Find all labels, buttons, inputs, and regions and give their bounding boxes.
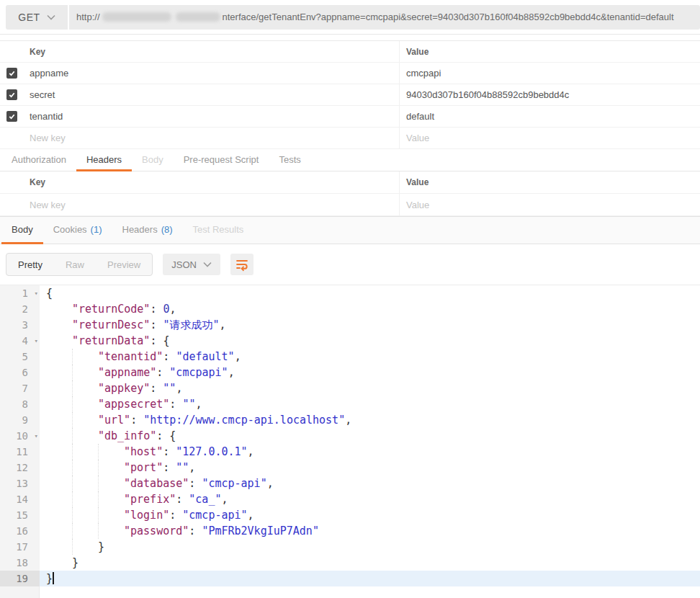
new-header-value-input[interactable]: Value: [400, 194, 700, 215]
json-punctuation: :: [189, 477, 202, 490]
code-lines-container: 1▾{2"returnCode": 0,3"returnDesc": "请求成功…: [0, 285, 700, 586]
preview-button[interactable]: Preview: [96, 254, 152, 275]
fold-toggle-icon[interactable]: ▾: [35, 333, 38, 349]
check-icon: [8, 112, 16, 120]
json-punctuation: :: [163, 445, 176, 458]
redacted-url-segment: [176, 12, 220, 22]
tab-response-cookies[interactable]: Cookies(1): [43, 217, 112, 244]
url-prefix-text: http://: [76, 12, 100, 22]
indent-guide: [98, 523, 124, 539]
json-string: "": [176, 461, 189, 474]
language-dropdown[interactable]: JSON: [163, 254, 220, 275]
code-line[interactable]: 8"appsecret": "",: [0, 396, 700, 412]
line-number: 15: [0, 507, 40, 523]
row-checkbox[interactable]: [6, 68, 17, 79]
code-line[interactable]: 9"url": "http://www.cmcp-api.localhost",: [0, 412, 700, 428]
json-punctuation: ,: [195, 398, 202, 411]
redacted-url-segment: [102, 12, 171, 22]
json-string: "cmcp-api": [182, 509, 247, 522]
param-value-cell[interactable]: cmcpapi: [400, 63, 700, 84]
tab-headers[interactable]: Headers: [76, 149, 132, 171]
param-key-cell[interactable]: appname: [24, 63, 400, 84]
tab-pre-request-script[interactable]: Pre-request Script: [174, 149, 269, 171]
code-line[interactable]: 16"password": "PmFRb2VkgIuP7Adn": [0, 523, 700, 539]
code-line[interactable]: 5"tenantid": "default",: [0, 349, 700, 365]
param-value-cell[interactable]: 94030d307b160f04b88592cb9bebdd4c: [400, 84, 700, 105]
json-punctuation: :: [150, 334, 163, 347]
code-line[interactable]: 2"returnCode": 0,: [0, 301, 700, 317]
indent-guide: [98, 476, 124, 491]
tab-body[interactable]: Body: [132, 149, 174, 171]
indent-guide: [98, 507, 124, 523]
response-body-editor[interactable]: 1▾{2"returnCode": 0,3"returnDesc": "请求成功…: [0, 285, 700, 598]
code-line[interactable]: 19}: [0, 571, 700, 586]
param-key-cell[interactable]: secret: [24, 84, 400, 105]
json-string: "": [163, 382, 176, 395]
indent-guide: [72, 539, 98, 555]
code-line[interactable]: 18}: [0, 555, 700, 571]
tab-tests[interactable]: Tests: [269, 149, 310, 171]
line-number: 10▾: [0, 428, 40, 444]
pretty-button[interactable]: Pretty: [6, 254, 54, 275]
json-key: "host": [124, 445, 163, 458]
json-string: "127.0.0.1": [176, 445, 247, 458]
line-number: 13: [0, 476, 40, 491]
wrap-text-button[interactable]: [230, 254, 253, 275]
method-dropdown[interactable]: GET: [6, 5, 69, 30]
indent-guide: [72, 349, 98, 365]
row-checkbox[interactable]: [6, 89, 17, 100]
line-number: 11: [0, 444, 40, 460]
line-number: 19: [0, 571, 40, 586]
param-row-tenantid: tenantid default: [0, 106, 700, 128]
code-line[interactable]: 14"prefix": "ca_",: [0, 491, 700, 507]
params-header-row: Key Value: [0, 41, 700, 63]
indent-guide: [72, 476, 98, 491]
code-line[interactable]: 7"appkey": "",: [0, 380, 700, 396]
code-line[interactable]: 4▾"returnData": {: [0, 333, 700, 349]
tab-authorization[interactable]: Authorization: [1, 149, 76, 171]
line-number: 5: [0, 349, 40, 365]
tab-response-headers[interactable]: Headers(8): [112, 217, 183, 244]
json-string: "default": [176, 350, 234, 363]
line-number: 14: [0, 491, 40, 507]
new-header-key-input[interactable]: New key: [24, 194, 400, 215]
new-value-input[interactable]: Value: [400, 128, 700, 148]
headers-header-row: Key Value: [0, 171, 700, 194]
param-row-secret: secret 94030d307b160f04b88592cb9bebdd4c: [0, 84, 700, 106]
code-line[interactable]: 6"appname": "cmcpapi",: [0, 365, 700, 380]
code-line[interactable]: 17}: [0, 539, 700, 555]
json-punctuation: ,: [235, 350, 241, 363]
fold-toggle-icon[interactable]: ▾: [35, 285, 38, 301]
code-line[interactable]: 1▾{: [0, 285, 700, 301]
tab-response-body[interactable]: Body: [1, 217, 43, 244]
raw-button[interactable]: Raw: [54, 254, 96, 275]
row-checkbox[interactable]: [6, 111, 17, 122]
param-key-cell[interactable]: tenantid: [24, 106, 400, 127]
tab-test-results[interactable]: Test Results: [183, 217, 254, 244]
line-number: 2: [0, 301, 40, 317]
json-punctuation: :: [169, 398, 182, 411]
new-key-input[interactable]: New key: [24, 128, 400, 148]
json-punctuation: }: [72, 556, 78, 569]
param-value-cell[interactable]: default: [400, 106, 700, 127]
json-string: "请求成功": [163, 318, 219, 331]
line-number: 16: [0, 523, 40, 539]
code-line[interactable]: 3"returnDesc": "请求成功",: [0, 317, 700, 333]
fold-toggle-icon[interactable]: ▾: [35, 428, 38, 444]
indent-guide: [46, 428, 72, 444]
header-row-new: New key Value: [0, 194, 700, 216]
json-punctuation: :: [156, 429, 169, 442]
json-punctuation: ,: [248, 445, 254, 458]
indent-guide: [46, 412, 72, 428]
code-line[interactable]: 11"host": "127.0.0.1",: [0, 444, 700, 460]
indent-guide: [46, 380, 72, 396]
code-line[interactable]: 13"database": "cmcp-api",: [0, 476, 700, 491]
headers-count-badge: (8): [161, 224, 173, 235]
indent-guide: [98, 491, 124, 507]
indent-guide: [72, 523, 98, 539]
code-line[interactable]: 12"port": "",: [0, 460, 700, 476]
code-line[interactable]: 15"login": "cmcp-api",: [0, 507, 700, 523]
code-line[interactable]: 10▾"db_info": {: [0, 428, 700, 444]
url-input[interactable]: http:// nterface/getTenantEnv?appname=cm…: [69, 5, 700, 30]
json-punctuation: ,: [189, 461, 195, 474]
